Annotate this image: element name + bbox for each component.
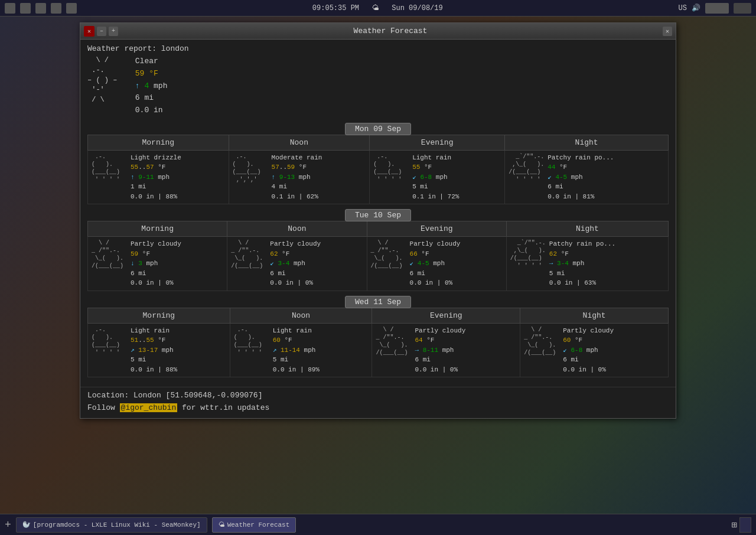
header-noon-1: Noon <box>229 135 370 150</box>
day3-morning-temp: 51..55 °F <box>131 335 177 345</box>
app-icon-1[interactable] <box>5 3 15 14</box>
day2-night-cell: _`/"".-. ,\_( ). /(___(__) ' ' ' ' Patch… <box>506 237 668 291</box>
day1-evening-temp: 55 °F <box>412 162 459 172</box>
day1-noon-precip: 0.1 in | 62% <box>272 192 322 202</box>
day2-morning-info: Partly cloudy 59 °F ↓ 3 mph 6 mi 0.0 in … <box>131 239 181 288</box>
task1-button[interactable]: 🦭 [programdocs - LXLE Linux Wiki - SeaMo… <box>16 517 207 533</box>
day3-night-precip: 0.0 in | 0% <box>563 365 614 375</box>
twitter-handle[interactable]: @igor_chubin <box>120 403 178 412</box>
day-1-label-row: Mon 09 Sep <box>87 123 669 135</box>
day1-night-info: Patchy rain po... 44 °F ↙ 4-5 mph 6 mi 0… <box>548 153 614 202</box>
day3-noon-condition: Light rain <box>273 326 320 336</box>
app-icon-5[interactable] <box>66 3 77 14</box>
top-bar-right: US 🔊 <box>679 3 751 14</box>
day3-evening-cell: \ / _ /"".-. \_( ). /(___(__) Partly clo… <box>372 323 520 377</box>
day2-noon-content: \ / _ /"".-. \_( ). /(___(__) Partly clo… <box>231 239 363 288</box>
day1-noon-vis: 4 mi <box>272 182 322 192</box>
day1-night-precip: 0.0 in | 81% <box>548 192 614 202</box>
day2-noon-ascii: \ / _ /"".-. \_( ). /(___(__) <box>231 239 266 270</box>
day1-morning-precip: 0.0 in | 88% <box>131 192 181 202</box>
bottom-taskbar: + 🦭 [programdocs - LXLE Linux Wiki - Sea… <box>0 514 756 535</box>
day3-noon-cell: .-. ( ). (___(__) ' ' ' ' Light rain 60 … <box>230 323 372 377</box>
day1-evening-condition: Light rain <box>412 153 459 163</box>
day-2-label: Tue 10 Sep <box>345 209 411 221</box>
day2-noon-temp: 62 °F <box>270 249 321 259</box>
current-condition: Clear <box>135 56 168 68</box>
date-display: Sun 09/08/19 <box>392 4 442 12</box>
day1-evening-wind: ↙ 6-8 mph <box>412 172 459 182</box>
day1-evening-ascii: .-. ( ). (___(__) ' ' ' ' <box>373 153 409 184</box>
current-precip: 0.0 in <box>135 105 168 117</box>
location-line: Location: London [51.509648,-0.099076] <box>87 391 669 400</box>
header-night-3: Night <box>520 308 669 323</box>
system-tray <box>705 3 729 14</box>
day3-night-info: Partly cloudy 60 °F ↙ 6-8 mph 6 mi 0.0 i… <box>563 326 614 375</box>
window-footer: Location: London [51.509648,-0.099076] F… <box>80 387 676 418</box>
day2-evening-content: \ / _ /"".-. \_( ). /(___(__) Partly clo… <box>371 239 503 288</box>
day2-noon-info: Partly cloudy 62 °F ↙ 3-4 mph 6 mi 0.0 i… <box>270 239 321 288</box>
app-icon-4[interactable] <box>51 3 61 14</box>
day2-evening-condition: Partly cloudy <box>410 239 461 249</box>
day3-evening-condition: Partly cloudy <box>415 326 465 336</box>
day2-noon-precip: 0.0 in | 0% <box>270 278 321 288</box>
day1-night-temp: 44 °F <box>548 162 614 172</box>
titlebar-right-controls: ✕ <box>663 27 672 36</box>
day3-morning-wind: ↗ 13-17 mph <box>131 345 177 355</box>
maximize-button[interactable]: + <box>109 27 118 36</box>
forecast-table-day-2: Morning Noon Evening Night \ / _ /"".-. … <box>87 221 669 291</box>
task2-label: Weather Forecast <box>227 521 290 529</box>
window-content: Weather report: london \ / .-. – ( ) – '… <box>80 40 676 387</box>
top-taskbar: 09:05:35 PM 🌤 Sun 09/08/19 US 🔊 <box>0 0 756 17</box>
add-task-button[interactable]: + <box>5 519 11 531</box>
forecast-day-1: Mon 09 Sep Morning Noon Evening Night <box>87 123 669 205</box>
day-3-label: Wed 11 Sep <box>345 296 411 308</box>
day3-evening-content: \ / _ /"".-. \_( ). /(___(__) Partly clo… <box>376 326 516 375</box>
day-3-label-row: Wed 11 Sep <box>87 296 669 308</box>
app-icon-2[interactable] <box>20 3 31 14</box>
titlebar-left-controls: ✕ – + <box>84 26 118 37</box>
day2-morning-wind: ↓ 3 mph <box>131 259 181 269</box>
show-desktop-button[interactable] <box>739 517 751 533</box>
day3-morning-ascii: .-. ( ). (___(__) ' ' ' ' <box>92 326 127 357</box>
day3-night-temp: 60 °F <box>563 335 614 345</box>
forecast-day-3: Wed 11 Sep Morning Noon Evening Night <box>87 296 669 378</box>
task1-icon: 🦭 <box>22 521 31 529</box>
day3-morning-precip: 0.0 in | 88% <box>131 365 177 375</box>
day1-morning-info: Light drizzle 55..57 °F ↑ 9-11 mph 1 mi … <box>131 153 181 202</box>
day2-evening-cell: \ / _ /"".-. \_( ). /(___(__) Partly clo… <box>367 237 506 291</box>
header-morning-3: Morning <box>88 308 230 323</box>
day2-night-info: Patchy rain po... 62 °F → 3-4 mph 5 mi 0… <box>549 239 615 288</box>
task1-label: [programdocs - LXLE Linux Wiki - SeaMonk… <box>33 521 201 529</box>
task2-button[interactable]: 🌤 Weather Forecast <box>212 517 296 533</box>
day1-noon-info: Moderate rain 57..59 °F ↑ 9-13 mph 4 mi … <box>272 153 322 202</box>
day3-morning-condition: Light rain <box>131 326 177 336</box>
header-noon-3: Noon <box>230 308 372 323</box>
day3-noon-temp: 60 °F <box>273 335 320 345</box>
day-2-label-row: Tue 10 Sep <box>87 209 669 221</box>
day3-evening-vis: 6 mi <box>415 355 465 365</box>
current-temp-value: 59 °F <box>135 69 158 78</box>
close-button[interactable]: ✕ <box>663 27 672 36</box>
app-icon-3[interactable] <box>35 3 46 14</box>
day1-morning-temp: 55..57 °F <box>131 162 181 172</box>
day1-morning-vis: 1 mi <box>131 182 181 192</box>
day3-evening-info: Partly cloudy 64 °F → 8-11 mph 6 mi 0.0 … <box>415 326 465 375</box>
day2-night-content: _`/"".-. ,\_( ). /(___(__) ' ' ' ' Patch… <box>510 239 664 288</box>
day3-noon-vis: 5 mi <box>273 355 320 365</box>
header-morning-2: Morning <box>88 221 227 237</box>
top-bar-left <box>5 3 77 14</box>
minimize-button[interactable]: – <box>97 27 106 36</box>
follow-pre: Follow <box>87 403 120 412</box>
window-titlebar: ✕ – + Weather Forecast ✕ <box>80 23 676 40</box>
time-display: 09:05:35 PM <box>312 4 359 12</box>
day1-night-wind: ↙ 4-5 mph <box>548 172 614 182</box>
day2-morning-precip: 0.0 in | 0% <box>131 278 181 288</box>
weather-header: Weather report: london \ / .-. – ( ) – '… <box>87 44 669 117</box>
day3-noon-content: .-. ( ). (___(__) ' ' ' ' Light rain 60 … <box>234 326 369 375</box>
day-1-label: Mon 09 Sep <box>345 123 411 135</box>
day3-night-content: \ / _ /"".-. \_( ). /(___(__) Partly clo… <box>524 326 664 375</box>
day1-evening-content: .-. ( ). (___(__) ' ' ' ' Light rain 55 … <box>373 153 501 202</box>
day1-morning-content: .-. ( ). (___(__) ' ' ' ' Light drizzle … <box>92 153 225 202</box>
task2-icon: 🌤 <box>219 521 225 529</box>
day1-noon-content: .-. ( ). (___(__) ‚'‚'‚' Moderate rain 5… <box>233 153 366 202</box>
